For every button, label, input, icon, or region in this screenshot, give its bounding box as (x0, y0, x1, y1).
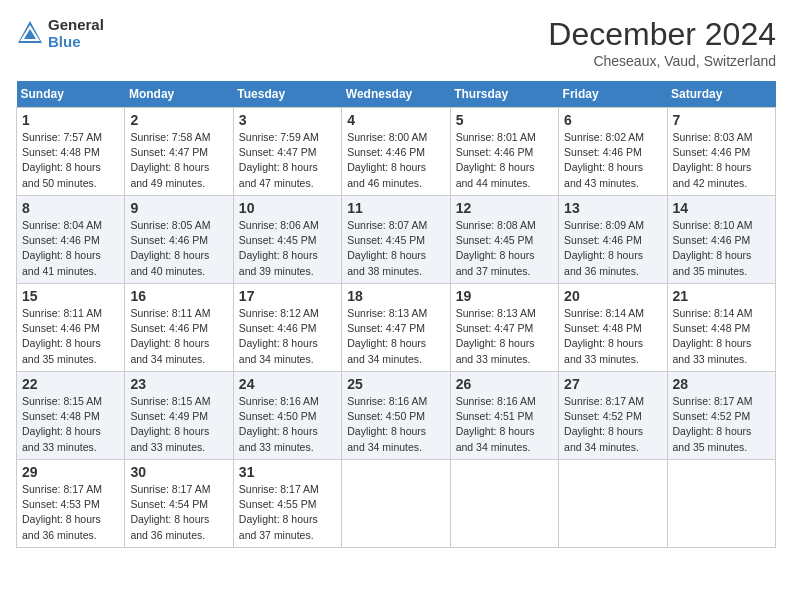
calendar-cell: 14Sunrise: 8:10 AMSunset: 4:46 PMDayligh… (667, 196, 775, 284)
calendar-cell: 2Sunrise: 7:58 AMSunset: 4:47 PMDaylight… (125, 108, 233, 196)
calendar-cell: 12Sunrise: 8:08 AMSunset: 4:45 PMDayligh… (450, 196, 558, 284)
day-number: 15 (22, 288, 119, 304)
day-number: 3 (239, 112, 336, 128)
calendar-cell: 26Sunrise: 8:16 AMSunset: 4:51 PMDayligh… (450, 372, 558, 460)
calendar-cell: 11Sunrise: 8:07 AMSunset: 4:45 PMDayligh… (342, 196, 450, 284)
week-row-4: 22Sunrise: 8:15 AMSunset: 4:48 PMDayligh… (17, 372, 776, 460)
day-number: 17 (239, 288, 336, 304)
calendar-cell: 28Sunrise: 8:17 AMSunset: 4:52 PMDayligh… (667, 372, 775, 460)
day-number: 26 (456, 376, 553, 392)
cell-info: Sunrise: 8:11 AMSunset: 4:46 PMDaylight:… (130, 306, 227, 367)
logo-text: General Blue (48, 16, 104, 50)
weekday-header-saturday: Saturday (667, 81, 775, 108)
calendar-cell: 20Sunrise: 8:14 AMSunset: 4:48 PMDayligh… (559, 284, 667, 372)
calendar-cell: 3Sunrise: 7:59 AMSunset: 4:47 PMDaylight… (233, 108, 341, 196)
calendar-cell (667, 460, 775, 548)
cell-info: Sunrise: 7:58 AMSunset: 4:47 PMDaylight:… (130, 130, 227, 191)
weekday-header-friday: Friday (559, 81, 667, 108)
day-number: 18 (347, 288, 444, 304)
calendar-cell: 27Sunrise: 8:17 AMSunset: 4:52 PMDayligh… (559, 372, 667, 460)
calendar-cell: 6Sunrise: 8:02 AMSunset: 4:46 PMDaylight… (559, 108, 667, 196)
cell-info: Sunrise: 8:17 AMSunset: 4:54 PMDaylight:… (130, 482, 227, 543)
cell-info: Sunrise: 8:16 AMSunset: 4:51 PMDaylight:… (456, 394, 553, 455)
cell-info: Sunrise: 7:57 AMSunset: 4:48 PMDaylight:… (22, 130, 119, 191)
week-row-1: 1Sunrise: 7:57 AMSunset: 4:48 PMDaylight… (17, 108, 776, 196)
weekday-header-tuesday: Tuesday (233, 81, 341, 108)
day-number: 4 (347, 112, 444, 128)
day-number: 14 (673, 200, 770, 216)
location: Cheseaux, Vaud, Switzerland (548, 53, 776, 69)
calendar-cell: 1Sunrise: 7:57 AMSunset: 4:48 PMDaylight… (17, 108, 125, 196)
logo: General Blue (16, 16, 104, 50)
cell-info: Sunrise: 8:16 AMSunset: 4:50 PMDaylight:… (347, 394, 444, 455)
calendar-cell: 4Sunrise: 8:00 AMSunset: 4:46 PMDaylight… (342, 108, 450, 196)
cell-info: Sunrise: 8:15 AMSunset: 4:49 PMDaylight:… (130, 394, 227, 455)
calendar-cell: 22Sunrise: 8:15 AMSunset: 4:48 PMDayligh… (17, 372, 125, 460)
cell-info: Sunrise: 8:00 AMSunset: 4:46 PMDaylight:… (347, 130, 444, 191)
cell-info: Sunrise: 8:04 AMSunset: 4:46 PMDaylight:… (22, 218, 119, 279)
day-number: 29 (22, 464, 119, 480)
calendar-table: SundayMondayTuesdayWednesdayThursdayFrid… (16, 81, 776, 548)
logo-icon (16, 19, 44, 47)
calendar-cell: 30Sunrise: 8:17 AMSunset: 4:54 PMDayligh… (125, 460, 233, 548)
cell-info: Sunrise: 8:17 AMSunset: 4:52 PMDaylight:… (564, 394, 661, 455)
weekday-header-monday: Monday (125, 81, 233, 108)
calendar-cell: 10Sunrise: 8:06 AMSunset: 4:45 PMDayligh… (233, 196, 341, 284)
calendar-cell: 5Sunrise: 8:01 AMSunset: 4:46 PMDaylight… (450, 108, 558, 196)
weekday-header-sunday: Sunday (17, 81, 125, 108)
cell-info: Sunrise: 8:08 AMSunset: 4:45 PMDaylight:… (456, 218, 553, 279)
day-number: 7 (673, 112, 770, 128)
cell-info: Sunrise: 8:09 AMSunset: 4:46 PMDaylight:… (564, 218, 661, 279)
cell-info: Sunrise: 8:16 AMSunset: 4:50 PMDaylight:… (239, 394, 336, 455)
calendar-cell: 16Sunrise: 8:11 AMSunset: 4:46 PMDayligh… (125, 284, 233, 372)
week-row-5: 29Sunrise: 8:17 AMSunset: 4:53 PMDayligh… (17, 460, 776, 548)
month-title: December 2024 (548, 16, 776, 53)
calendar-cell: 13Sunrise: 8:09 AMSunset: 4:46 PMDayligh… (559, 196, 667, 284)
calendar-cell: 25Sunrise: 8:16 AMSunset: 4:50 PMDayligh… (342, 372, 450, 460)
calendar-cell: 19Sunrise: 8:13 AMSunset: 4:47 PMDayligh… (450, 284, 558, 372)
cell-info: Sunrise: 8:11 AMSunset: 4:46 PMDaylight:… (22, 306, 119, 367)
cell-info: Sunrise: 8:17 AMSunset: 4:52 PMDaylight:… (673, 394, 770, 455)
calendar-cell (342, 460, 450, 548)
title-section: December 2024 Cheseaux, Vaud, Switzerlan… (548, 16, 776, 69)
weekday-header-thursday: Thursday (450, 81, 558, 108)
calendar-cell: 18Sunrise: 8:13 AMSunset: 4:47 PMDayligh… (342, 284, 450, 372)
cell-info: Sunrise: 8:10 AMSunset: 4:46 PMDaylight:… (673, 218, 770, 279)
calendar-cell: 31Sunrise: 8:17 AMSunset: 4:55 PMDayligh… (233, 460, 341, 548)
cell-info: Sunrise: 7:59 AMSunset: 4:47 PMDaylight:… (239, 130, 336, 191)
cell-info: Sunrise: 8:07 AMSunset: 4:45 PMDaylight:… (347, 218, 444, 279)
cell-info: Sunrise: 8:17 AMSunset: 4:55 PMDaylight:… (239, 482, 336, 543)
cell-info: Sunrise: 8:13 AMSunset: 4:47 PMDaylight:… (347, 306, 444, 367)
calendar-cell (559, 460, 667, 548)
calendar-cell: 7Sunrise: 8:03 AMSunset: 4:46 PMDaylight… (667, 108, 775, 196)
cell-info: Sunrise: 8:05 AMSunset: 4:46 PMDaylight:… (130, 218, 227, 279)
day-number: 31 (239, 464, 336, 480)
day-number: 12 (456, 200, 553, 216)
calendar-cell: 29Sunrise: 8:17 AMSunset: 4:53 PMDayligh… (17, 460, 125, 548)
cell-info: Sunrise: 8:06 AMSunset: 4:45 PMDaylight:… (239, 218, 336, 279)
day-number: 6 (564, 112, 661, 128)
cell-info: Sunrise: 8:01 AMSunset: 4:46 PMDaylight:… (456, 130, 553, 191)
page-header: General Blue December 2024 Cheseaux, Vau… (16, 16, 776, 69)
calendar-cell: 15Sunrise: 8:11 AMSunset: 4:46 PMDayligh… (17, 284, 125, 372)
day-number: 30 (130, 464, 227, 480)
cell-info: Sunrise: 8:15 AMSunset: 4:48 PMDaylight:… (22, 394, 119, 455)
day-number: 27 (564, 376, 661, 392)
day-number: 5 (456, 112, 553, 128)
calendar-cell: 8Sunrise: 8:04 AMSunset: 4:46 PMDaylight… (17, 196, 125, 284)
day-number: 19 (456, 288, 553, 304)
weekday-header-wednesday: Wednesday (342, 81, 450, 108)
cell-info: Sunrise: 8:03 AMSunset: 4:46 PMDaylight:… (673, 130, 770, 191)
cell-info: Sunrise: 8:17 AMSunset: 4:53 PMDaylight:… (22, 482, 119, 543)
day-number: 2 (130, 112, 227, 128)
day-number: 22 (22, 376, 119, 392)
day-number: 8 (22, 200, 119, 216)
day-number: 13 (564, 200, 661, 216)
cell-info: Sunrise: 8:12 AMSunset: 4:46 PMDaylight:… (239, 306, 336, 367)
cell-info: Sunrise: 8:14 AMSunset: 4:48 PMDaylight:… (673, 306, 770, 367)
day-number: 20 (564, 288, 661, 304)
cell-info: Sunrise: 8:02 AMSunset: 4:46 PMDaylight:… (564, 130, 661, 191)
day-number: 11 (347, 200, 444, 216)
week-row-2: 8Sunrise: 8:04 AMSunset: 4:46 PMDaylight… (17, 196, 776, 284)
day-number: 23 (130, 376, 227, 392)
